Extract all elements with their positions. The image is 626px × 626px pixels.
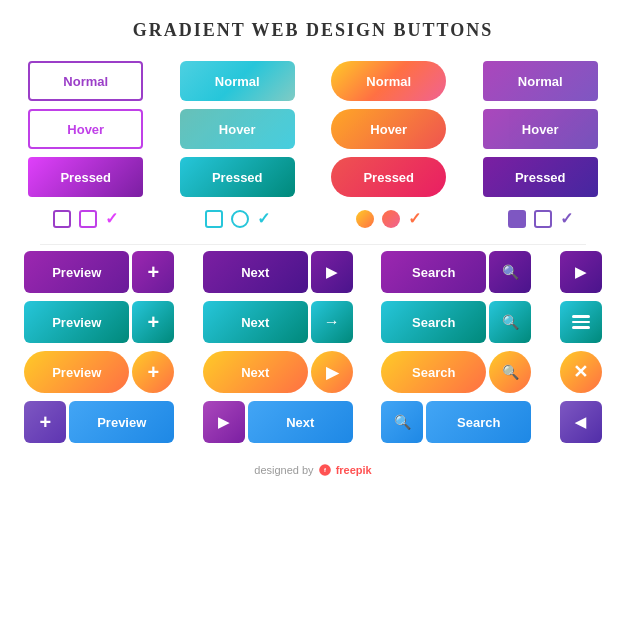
next-pair-purple: Next ▶ [203, 251, 353, 293]
footer: designed by f freepik [254, 463, 371, 477]
next-btn-teal[interactable]: Next [203, 301, 308, 343]
checkbox-empty-teal[interactable] [205, 210, 223, 228]
search-pair-teal: Search 🔍 [381, 301, 531, 343]
plus-btn-orange[interactable]: + [132, 351, 174, 393]
plus-preview-pair-blue: + Preview [24, 401, 174, 443]
btn-normal-col4[interactable]: Normal [483, 61, 598, 101]
checkbox-circle-teal[interactable] [231, 210, 249, 228]
preview-pair-orange: Preview + [24, 351, 174, 393]
next-pair-orange: Next ▶ [203, 351, 353, 393]
next-btn-orange[interactable]: Next [203, 351, 308, 393]
divider-1 [40, 244, 585, 245]
btn-pressed-col2[interactable]: Pressed [180, 157, 295, 197]
preview-btn-teal[interactable]: Preview [24, 301, 129, 343]
checkbox-group-orange: ✓ [356, 209, 421, 228]
next-btn-blue[interactable]: Next [248, 401, 353, 443]
freepik-icon: f [318, 463, 332, 477]
menu-btn-teal[interactable] [560, 301, 602, 343]
checkmark-purple: ✓ [105, 209, 118, 228]
btn-pressed-col4[interactable]: Pressed [483, 157, 598, 197]
btn-normal-col1[interactable]: Normal [28, 61, 143, 101]
preview-btn-purple[interactable]: Preview [24, 251, 129, 293]
btn-hover-col4[interactable]: Hover [483, 109, 598, 149]
checkbox-filled-dark[interactable] [508, 210, 526, 228]
svg-text:f: f [324, 467, 326, 473]
btn-hover-col2[interactable]: Hover [180, 109, 295, 149]
btn-normal-col2[interactable]: Normal [180, 61, 295, 101]
preview-pair-teal: Preview + [24, 301, 174, 343]
preview-btn-blue[interactable]: Preview [69, 401, 174, 443]
checkbox-group-purple: ✓ [53, 209, 118, 228]
normal-row: Normal Normal Normal Normal [10, 61, 616, 101]
hover-row: Hover Hover Hover Hover [10, 109, 616, 149]
preview-btn-orange[interactable]: Preview [24, 351, 129, 393]
search-icon-btn-blue[interactable]: 🔍 [381, 401, 423, 443]
dot-orange-1 [356, 210, 374, 228]
search-btn-blue[interactable]: Search [426, 401, 531, 443]
menu-line-1 [572, 315, 590, 318]
checkmark-dark: ✓ [560, 209, 573, 228]
plus-btn-teal[interactable]: + [132, 301, 174, 343]
search-pair-purple: Search 🔍 [381, 251, 531, 293]
play-btn-orange[interactable]: ▶ [311, 351, 353, 393]
action-row-teal: Preview + Next → Search 🔍 [10, 301, 616, 343]
menu-line-3 [572, 326, 590, 329]
search-btn-purple[interactable]: Search [381, 251, 486, 293]
checkmark-orange: ✓ [408, 209, 421, 228]
checkmark-teal: ✓ [257, 209, 270, 228]
search-btn-teal[interactable]: Search [381, 301, 486, 343]
page-title: GRADIENT WEB DESIGN BUTTONS [133, 20, 494, 41]
next-pair-teal: Next → [203, 301, 353, 343]
btn-pressed-col3[interactable]: Pressed [331, 157, 446, 197]
checkbox-outline-purple[interactable] [79, 210, 97, 228]
btn-normal-col3[interactable]: Normal [331, 61, 446, 101]
play-btn-purple2[interactable]: ▶ [560, 251, 602, 293]
x-btn-orange[interactable]: ✕ [560, 351, 602, 393]
checkboxes-row: ✓ ✓ ✓ ✓ [10, 209, 616, 228]
next-btn-purple[interactable]: Next [203, 251, 308, 293]
plus-btn-blue[interactable]: + [24, 401, 66, 443]
preview-pair-purple: Preview + [24, 251, 174, 293]
action-row-blue: + Preview ▶ Next 🔍 Search ◀ [10, 401, 616, 443]
checkbox-group-teal: ✓ [205, 209, 270, 228]
search-btn-orange[interactable]: Search [381, 351, 486, 393]
arrow-next-pair-blue: ▶ Next [203, 401, 353, 443]
footer-text: designed by [254, 464, 313, 476]
dot-orange-2 [382, 210, 400, 228]
arrow-btn-purple[interactable]: ▶ [203, 401, 245, 443]
search-pair-orange: Search 🔍 [381, 351, 531, 393]
search-icon-btn-purple[interactable]: 🔍 [489, 251, 531, 293]
back-btn-blue[interactable]: ◀ [560, 401, 602, 443]
arrow-btn-teal[interactable]: → [311, 301, 353, 343]
btn-pressed-col1[interactable]: Pressed [28, 157, 143, 197]
search-icon-btn-orange[interactable]: 🔍 [489, 351, 531, 393]
search-icon-btn-teal[interactable]: 🔍 [489, 301, 531, 343]
btn-hover-col3[interactable]: Hover [331, 109, 446, 149]
play-btn-purple[interactable]: ▶ [311, 251, 353, 293]
btn-hover-col1[interactable]: Hover [28, 109, 143, 149]
checkbox-group-dark: ✓ [508, 209, 573, 228]
action-row-orange: Preview + Next ▶ Search 🔍 ✕ [10, 351, 616, 393]
checkbox-empty-purple[interactable] [53, 210, 71, 228]
plus-btn-purple[interactable]: + [132, 251, 174, 293]
footer-brand: freepik [336, 464, 372, 476]
menu-line-2 [572, 321, 590, 324]
search-icon-pair-blue: 🔍 Search [381, 401, 531, 443]
checkbox-outline-dark[interactable] [534, 210, 552, 228]
action-row-purple: Preview + Next ▶ Search 🔍 ▶ [10, 251, 616, 293]
pressed-row: Pressed Pressed Pressed Pressed [10, 157, 616, 197]
